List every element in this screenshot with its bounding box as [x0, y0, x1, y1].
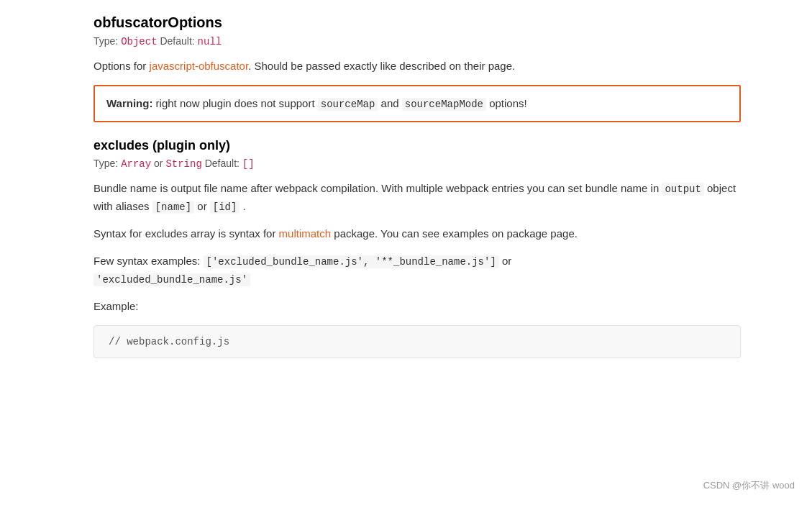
type-value-array: Array	[121, 158, 151, 170]
default-label-ex: Default:	[205, 158, 242, 169]
code-example-block: // webpack.config.js	[93, 325, 741, 358]
type-label: Type:	[93, 35, 118, 47]
desc-text-after: . Should be passed exactly like describe…	[248, 60, 515, 72]
type-line-obfuscator: Type: Object Default: null	[93, 35, 741, 47]
few-text-or: or	[502, 255, 511, 267]
syntax-text2: package. You can see examples on package…	[334, 227, 578, 240]
paragraph-bundle-name: Bundle name is output file name after we…	[93, 180, 741, 215]
paragraph-syntax: Syntax for excludes array is syntax for …	[93, 225, 741, 242]
code-example-text: // webpack.config.js	[109, 336, 229, 347]
paragraph-few-examples: Few syntax examples: ['excluded_bundle_n…	[93, 252, 741, 288]
id-code: [id]	[210, 201, 240, 214]
few-text1: Few syntax examples:	[93, 255, 204, 267]
bundle-text3: or	[197, 200, 210, 212]
warning-text-before: right now plugin does not support	[156, 97, 318, 109]
warning-text-after: options!	[489, 97, 527, 109]
warning-code1: sourceMap	[318, 98, 378, 111]
default-value: null	[198, 36, 222, 47]
type-value: Object	[121, 36, 157, 47]
name-code: [name]	[152, 201, 194, 214]
type-or: or	[154, 158, 165, 169]
content-area: obfuscatorOptions Type: Object Default: …	[93, 14, 741, 358]
watermark: CSDN @你不讲 wood	[703, 479, 795, 492]
warning-bold: Warning:	[106, 97, 152, 109]
example-label: Example:	[93, 300, 139, 312]
type-line-excludes: Type: Array or String Default: []	[93, 158, 741, 170]
type-label-ex: Type:	[93, 158, 121, 169]
javascript-obfuscator-link[interactable]: javascript-obfuscator	[150, 60, 249, 72]
default-value-ex: []	[242, 158, 255, 170]
type-value-string: String	[165, 158, 201, 170]
description-obfuscator: Options for javascript-obfuscator. Shoul…	[93, 58, 741, 75]
section-obfuscator-options: obfuscatorOptions Type: Object Default: …	[93, 14, 741, 122]
bundle-text4: .	[243, 200, 246, 212]
section-title-obfuscator: obfuscatorOptions	[93, 14, 741, 31]
bundle-text1: Bundle name is output file name after we…	[93, 182, 662, 194]
desc-text-before: Options for	[93, 60, 150, 72]
default-label: Default:	[160, 35, 197, 47]
section-excludes: excludes (plugin only) Type: Array or St…	[93, 138, 741, 358]
warning-box: Warning: right now plugin does not suppo…	[93, 85, 741, 122]
subsection-title-excludes: excludes (plugin only)	[93, 138, 741, 153]
example-code2: 'excluded_bundle_name.js'	[93, 273, 250, 286]
multimatch-link[interactable]: multimatch	[279, 227, 332, 240]
paragraph-example-label: Example:	[93, 298, 741, 315]
syntax-text1: Syntax for excludes array is syntax for	[93, 227, 279, 240]
example-code1: ['excluded_bundle_name.js', '**_bundle_n…	[204, 255, 499, 268]
output-code: output	[662, 183, 703, 196]
warning-text-middle: and	[381, 97, 402, 109]
warning-code2: sourceMapMode	[402, 98, 486, 111]
